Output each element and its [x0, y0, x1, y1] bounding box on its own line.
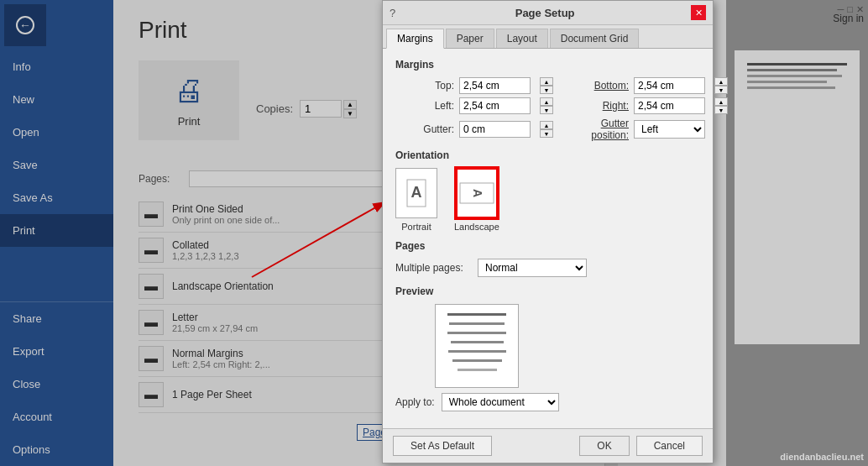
top-label: Top: — [395, 80, 454, 92]
top-spinner: ▲ ▼ — [540, 77, 557, 94]
preview-apply-row: Preview Apply to: Whole document This po… — [395, 285, 700, 418]
tab-paper[interactable]: Paper — [446, 29, 494, 48]
watermark: diendanbaclieu.net — [780, 452, 864, 462]
preview-line — [451, 341, 503, 343]
set-default-button[interactable]: Set As Default — [393, 436, 492, 456]
dialog-close-button[interactable]: ✕ — [691, 5, 706, 20]
gutter-input[interactable] — [459, 121, 531, 138]
landscape-label: Landscape — [454, 222, 499, 232]
margins-grid: Top: ▲ ▼ Bottom: ▲ ▼ Left: ▲ ▼ Right: — [395, 77, 700, 141]
dialog-footer: Set As Default OK Cancel — [383, 428, 713, 463]
bottom-label: Bottom: — [562, 80, 629, 92]
gutter-pos-label: Gutter position: — [562, 118, 629, 141]
tab-layout[interactable]: Layout — [496, 29, 548, 48]
orientation-label: Orientation — [395, 149, 700, 161]
preview-box — [435, 304, 519, 388]
top-down[interactable]: ▼ — [540, 86, 553, 94]
portrait-label: Portrait — [401, 222, 431, 232]
cancel-button[interactable]: Cancel — [636, 436, 703, 456]
apply-to-label: Apply to: — [395, 396, 435, 408]
help-button[interactable]: ? — [390, 7, 395, 19]
tab-margins[interactable]: Margins — [386, 29, 444, 49]
portrait-option[interactable]: A Portrait — [395, 168, 437, 232]
page-setup-dialog: ? Page Setup ✕ Margins Paper Layout Docu… — [382, 0, 714, 463]
preview-section: Preview Apply to: Whole document This po… — [395, 285, 559, 418]
top-up[interactable]: ▲ — [540, 77, 553, 86]
right-input[interactable] — [634, 97, 705, 114]
tab-document-grid[interactable]: Document Grid — [550, 29, 640, 48]
left-down[interactable]: ▼ — [540, 106, 553, 114]
bottom-input[interactable] — [634, 77, 705, 94]
portrait-svg: A — [404, 178, 429, 208]
right-label: Right: — [562, 100, 629, 112]
bottom-spinner: ▲ ▼ — [714, 77, 731, 94]
apply-to-select[interactable]: Whole document This point forward — [442, 393, 559, 411]
landscape-option[interactable]: A Landscape — [454, 168, 499, 232]
dialog-title: Page Setup — [399, 7, 691, 19]
svg-text:A: A — [411, 184, 422, 201]
gutter-up[interactable]: ▲ — [540, 121, 553, 129]
landscape-svg: A — [458, 178, 495, 208]
multiple-pages-row: Multiple pages: Normal Mirror margins 2 … — [395, 259, 700, 277]
preview-line — [447, 332, 506, 334]
right-down[interactable]: ▼ — [714, 106, 728, 114]
portrait-icon: A — [395, 168, 437, 218]
gutter-down[interactable]: ▼ — [540, 129, 553, 138]
left-up[interactable]: ▲ — [540, 97, 553, 106]
top-input[interactable] — [459, 77, 531, 94]
preview-line — [447, 313, 506, 316]
dialog-titlebar: ? Page Setup ✕ — [383, 1, 713, 25]
preview-line — [458, 369, 497, 371]
preview-label: Preview — [395, 285, 559, 297]
dialog-tabs: Margins Paper Layout Document Grid — [383, 25, 713, 49]
dialog-body: Margins Top: ▲ ▼ Bottom: ▲ ▼ Left: ▲ ▼ — [383, 49, 713, 428]
right-up[interactable]: ▲ — [714, 97, 728, 106]
svg-text:A: A — [471, 189, 484, 197]
right-spinner: ▲ ▼ — [714, 97, 731, 114]
ok-button[interactable]: OK — [579, 436, 629, 456]
preview-line — [448, 350, 506, 353]
preview-line — [452, 359, 502, 362]
gutter-spinner: ▲ ▼ — [540, 121, 557, 138]
pages-section: Pages Multiple pages: Normal Mirror marg… — [395, 240, 700, 277]
bottom-down[interactable]: ▼ — [714, 86, 728, 94]
orientation-section: Orientation A Portrait A — [395, 149, 700, 232]
orientation-options: A Portrait A Landscape — [395, 168, 700, 232]
landscape-icon: A — [456, 168, 498, 218]
bottom-up[interactable]: ▲ — [714, 77, 728, 86]
left-input[interactable] — [459, 97, 531, 114]
gutter-label: Gutter: — [395, 123, 454, 135]
preview-line — [449, 322, 505, 325]
titlebar-buttons: ✕ — [691, 5, 706, 20]
multiple-pages-select[interactable]: Normal Mirror margins 2 pages per sheet … — [478, 259, 587, 277]
left-spinner: ▲ ▼ — [540, 97, 557, 114]
footer-right-buttons: OK Cancel — [579, 436, 703, 456]
pages-section-label: Pages — [395, 240, 700, 252]
left-label: Left: — [395, 100, 454, 112]
gutter-pos-select[interactable]: Left Top — [634, 120, 705, 139]
margins-section-label: Margins — [395, 59, 700, 71]
apply-to-row: Apply to: Whole document This point forw… — [395, 393, 559, 411]
multiple-pages-label: Multiple pages: — [395, 262, 471, 274]
